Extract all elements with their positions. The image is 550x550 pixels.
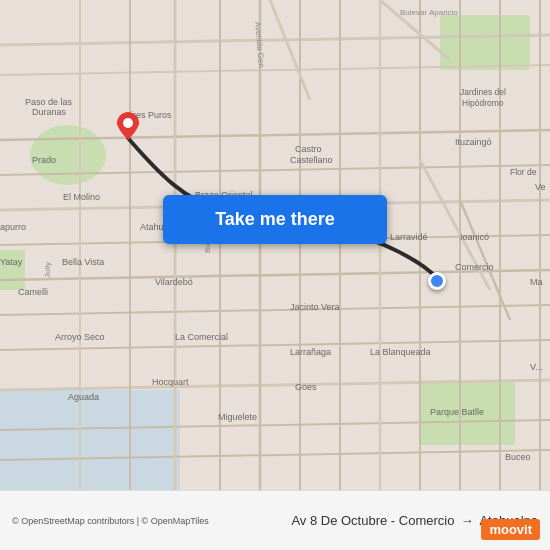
svg-rect-5 (0, 390, 180, 490)
svg-text:apurro: apurro (0, 222, 26, 232)
svg-point-73 (123, 118, 133, 128)
svg-rect-2 (440, 15, 530, 70)
svg-text:Jacinto Vera: Jacinto Vera (290, 302, 340, 312)
svg-text:El Molino: El Molino (63, 192, 100, 202)
svg-text:Paso de las: Paso de las (25, 97, 73, 107)
bottom-bar: © OpenStreetMap contributors | © OpenMap… (0, 490, 550, 550)
svg-text:Comercio: Comercio (455, 262, 494, 272)
take-me-there-button[interactable]: Take me there (163, 195, 387, 244)
svg-text:Castellano: Castellano (290, 155, 333, 165)
route-arrow-icon: → (460, 513, 473, 528)
destination-marker (117, 112, 139, 144)
svg-text:Ve: Ve (535, 182, 546, 192)
map-container: Paso de las Duranas Aires Puros Prado Ja… (0, 0, 550, 490)
svg-text:Ituzaingó: Ituzaingó (455, 137, 492, 147)
svg-text:Aguada: Aguada (68, 392, 99, 402)
svg-text:Ioanicó: Ioanicó (460, 232, 489, 242)
svg-text:Bella Vista: Bella Vista (62, 257, 104, 267)
svg-text:Hipódromo: Hipódromo (462, 98, 504, 108)
route-origin: Av 8 De Octubre - Comercio (291, 513, 454, 528)
svg-text:Prado: Prado (32, 155, 56, 165)
svg-text:Duranas: Duranas (32, 107, 67, 117)
svg-text:Ma: Ma (530, 277, 543, 287)
origin-marker (428, 272, 446, 290)
moovit-logo: moovit (481, 519, 540, 540)
svg-text:Castro: Castro (295, 144, 322, 154)
svg-text:Vilardebó: Vilardebó (155, 277, 193, 287)
svg-text:Jully: Jully (43, 262, 52, 278)
svg-text:La Blanqueada: La Blanqueada (370, 347, 431, 357)
svg-text:Larravidé: Larravidé (390, 232, 428, 242)
svg-text:Bulevar Aparicio: Bulevar Aparicio (400, 8, 458, 17)
svg-text:Jardines del: Jardines del (460, 87, 506, 97)
map-attribution: © OpenStreetMap contributors | © OpenMap… (12, 516, 209, 526)
svg-text:V...: V... (530, 362, 543, 372)
svg-text:La Comercial: La Comercial (175, 332, 228, 342)
svg-text:Yatay: Yatay (0, 257, 23, 267)
svg-text:Camelli: Camelli (18, 287, 48, 297)
svg-text:Miguelete: Miguelete (218, 412, 257, 422)
svg-text:Buceo: Buceo (505, 452, 531, 462)
svg-text:Arroyo Seco: Arroyo Seco (55, 332, 105, 342)
svg-text:Parque Batlle: Parque Batlle (430, 407, 484, 417)
svg-text:Flor de: Flor de (510, 167, 537, 177)
svg-text:Hocquart: Hocquart (152, 377, 189, 387)
svg-rect-4 (0, 250, 25, 290)
svg-text:Larrañaga: Larrañaga (290, 347, 331, 357)
map-background: Paso de las Duranas Aires Puros Prado Ja… (0, 0, 550, 490)
svg-text:Goes: Goes (295, 382, 317, 392)
